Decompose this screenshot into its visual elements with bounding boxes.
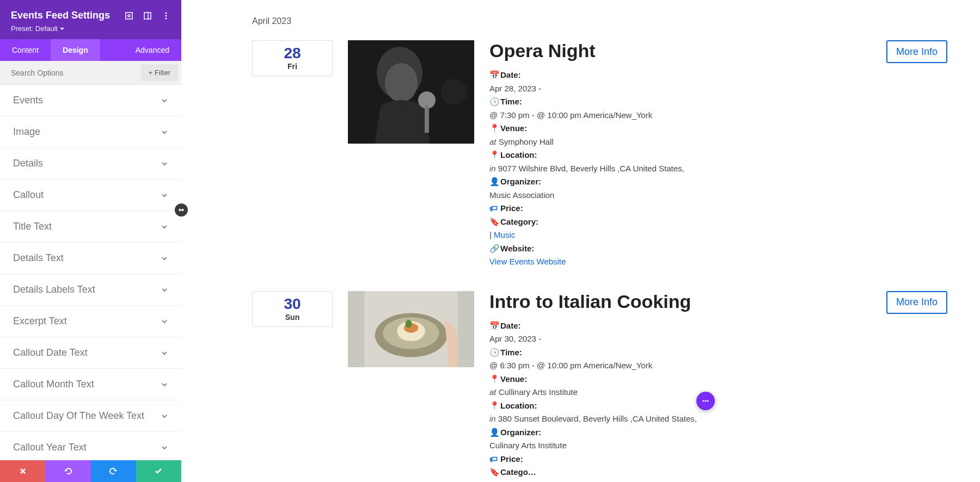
section-image[interactable]: Image (0, 116, 181, 148)
section-details-labels-text[interactable]: Details Labels Text (0, 274, 181, 306)
section-label: Excerpt Text (13, 316, 67, 327)
chevron-down-icon (161, 318, 168, 325)
chevron-down-icon (161, 191, 168, 199)
sections-list[interactable]: EventsImageDetailsCalloutTitle TextDetai… (0, 85, 181, 460)
location-icon: 📍 (489, 400, 497, 412)
time-icon: 🕓 (489, 96, 497, 108)
more-icon[interactable] (162, 11, 170, 20)
tab-design[interactable]: Design (51, 39, 100, 61)
event-title[interactable]: Opera Night (489, 40, 886, 61)
section-title-text[interactable]: Title Text (0, 211, 181, 243)
organizer-icon: 👤 (489, 176, 497, 188)
event-organizer-value: Music Association (489, 189, 886, 202)
undo-button[interactable] (45, 460, 90, 482)
chevron-down-icon (161, 160, 168, 168)
section-label: Callout Day Of The Week Text (13, 410, 144, 422)
event-image[interactable] (348, 291, 474, 367)
section-details[interactable]: Details (0, 148, 181, 180)
date-chip: 28Fri (252, 40, 333, 76)
cancel-button[interactable] (0, 460, 45, 482)
chevron-down-icon (161, 128, 168, 136)
event-time-value: @ 6:30 pm - @ 10:00 pm America/New_York (489, 360, 886, 372)
svg-point-12 (441, 79, 467, 105)
chevron-down-icon (161, 286, 168, 294)
event-venue-value: at Cullinary Arts Institute (489, 386, 886, 399)
section-callout[interactable]: Callout (0, 180, 181, 211)
search-filter-row: + Filter (0, 61, 181, 85)
save-button[interactable] (136, 460, 181, 482)
more-info-button[interactable]: More Info (886, 291, 947, 314)
chevron-down-icon (161, 412, 168, 420)
filter-button[interactable]: + Filter (141, 64, 178, 81)
chevron-down-icon (161, 349, 168, 357)
section-callout-date-text[interactable]: Callout Date Text (0, 337, 181, 369)
section-label: Callout Date Text (13, 347, 88, 359)
chevron-down-icon (161, 255, 168, 262)
tab-content[interactable]: Content (0, 39, 51, 61)
svg-point-9 (385, 63, 418, 102)
section-label: Callout (13, 189, 44, 201)
section-label: Title Text (13, 221, 52, 232)
panel-layout-icon[interactable] (143, 11, 152, 20)
settings-sidebar: Events Feed Settings Preset: Default Con… (0, 0, 181, 482)
category-link[interactable]: Music (494, 230, 515, 239)
svg-point-5 (166, 15, 167, 16)
event-title[interactable]: Intro to Italian Cooking (489, 291, 886, 312)
category-icon: 🔖 (489, 216, 497, 228)
event-category-value: | Food & Drink (489, 480, 886, 483)
event-image[interactable] (348, 40, 474, 144)
organizer-icon: 👤 (489, 427, 497, 439)
date-chip: 30Sun (252, 291, 333, 327)
category-icon: 🔖 (489, 466, 497, 479)
event-category-value: | Music (489, 229, 886, 242)
date-icon: 📅 (489, 69, 497, 82)
svg-point-18 (406, 320, 412, 328)
section-callout-day-of-the-week-text[interactable]: Callout Day Of The Week Text (0, 400, 181, 432)
event-venue-value: at Symphony Hall (489, 136, 886, 149)
event-date-value: Apr 30, 2023 - (489, 333, 886, 345)
section-details-text[interactable]: Details Text (0, 243, 181, 274)
section-callout-month-text[interactable]: Callout Month Text (0, 369, 181, 400)
resize-handle[interactable] (175, 203, 188, 217)
time-icon: 🕓 (489, 347, 497, 359)
svg-point-19 (703, 400, 705, 402)
redo-button[interactable] (91, 460, 136, 482)
svg-point-20 (705, 400, 707, 402)
tab-advanced[interactable]: Advanced (124, 39, 181, 61)
date-dow: Fri (287, 62, 297, 71)
section-events[interactable]: Events (0, 85, 181, 116)
svg-point-6 (166, 17, 167, 19)
section-excerpt-text[interactable]: Excerpt Text (0, 306, 181, 337)
responsive-icon[interactable] (125, 11, 133, 20)
section-label: Details Text (13, 252, 64, 264)
svg-point-21 (707, 400, 709, 402)
section-label: Callout Year Text (13, 442, 87, 453)
search-input[interactable] (0, 62, 141, 84)
preset-dropdown[interactable]: Preset: Default (11, 24, 64, 33)
plus-icon: + (149, 69, 153, 77)
sidebar-header: Events Feed Settings Preset: Default (0, 0, 181, 39)
date-day: 28 (284, 46, 301, 61)
section-label: Details Labels Text (13, 284, 95, 295)
preset-label: Preset: Default (11, 24, 58, 33)
filter-label: Filter (155, 69, 170, 77)
floating-action-button[interactable] (696, 392, 715, 410)
section-callout-year-text[interactable]: Callout Year Text (0, 432, 181, 460)
event-card: 30SunIntro to Italian Cooking📅Date:Apr 3… (252, 291, 947, 483)
event-card: 28FriOpera Night📅Date:Apr 28, 2023 -🕓Tim… (252, 40, 947, 269)
sidebar-footer (0, 460, 181, 482)
more-info-button[interactable]: More Info (886, 40, 947, 63)
svg-rect-11 (425, 106, 429, 133)
price-icon: 🏷 (489, 453, 497, 466)
preview-pane[interactable]: April 2023 28FriOpera Night📅Date:Apr 28,… (181, 0, 980, 482)
chevron-down-icon (161, 97, 168, 104)
svg-point-1 (128, 15, 130, 17)
chevron-down-icon (161, 444, 168, 452)
event-organizer-value: Culinary Arts Institute (489, 440, 886, 452)
chevron-down-icon (161, 381, 168, 388)
venue-icon: 📍 (489, 373, 497, 386)
website-icon: 🔗 (489, 243, 497, 255)
website-link[interactable]: View Events Website (489, 257, 566, 266)
svg-point-4 (166, 12, 167, 14)
location-icon: 📍 (489, 149, 497, 162)
